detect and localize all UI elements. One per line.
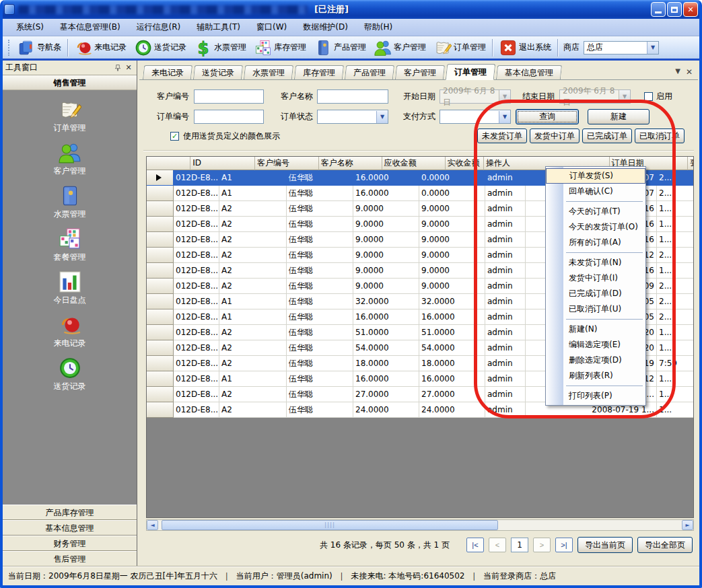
- menubar-item[interactable]: 数据维护(D): [295, 19, 356, 36]
- grid-header-cell[interactable]: [147, 157, 190, 170]
- last-page-button[interactable]: >|: [555, 538, 573, 552]
- context-menu-item[interactable]: [546, 383, 645, 388]
- minimize-button[interactable]: [651, 2, 666, 17]
- close-icon[interactable]: ✕: [686, 67, 693, 77]
- first-page-button[interactable]: |<: [466, 538, 484, 552]
- sidebar-item[interactable]: 客户管理: [3, 141, 137, 177]
- start-date-picker[interactable]: 2009年 6月 8日 ▼: [440, 89, 511, 104]
- next-page-button[interactable]: >: [533, 538, 551, 552]
- context-menu-item[interactable]: 所有的订单(A): [546, 235, 645, 250]
- row-selector-cell[interactable]: [147, 186, 174, 201]
- tab[interactable]: 客户管理: [395, 65, 445, 79]
- context-menu-item[interactable]: [546, 199, 645, 204]
- status-filter-button[interactable]: 未发货订单: [477, 128, 527, 143]
- tab[interactable]: 来电记录: [143, 65, 192, 79]
- context-menu-item[interactable]: 刷新列表(R): [546, 368, 645, 383]
- maximize-button[interactable]: [667, 2, 682, 17]
- row-selector-cell[interactable]: [147, 170, 174, 186]
- color-display-checkbox[interactable]: ✓: [170, 132, 179, 141]
- tab[interactable]: 产品管理: [345, 65, 394, 79]
- sidebar-item[interactable]: 今日盘点: [3, 270, 137, 306]
- toolbar-button[interactable]: 产品管理: [310, 38, 370, 58]
- end-date-picker[interactable]: 2009年 6月 8日 ▼: [559, 89, 631, 104]
- context-menu-item[interactable]: 新建(N): [546, 322, 645, 337]
- grid-header-cell[interactable]: 客户编号: [255, 157, 319, 170]
- context-menu-item[interactable]: 未发货订单(N): [546, 255, 645, 270]
- menubar-item[interactable]: 窗口(W): [248, 19, 295, 36]
- row-selector-cell[interactable]: [147, 201, 174, 217]
- menubar-item[interactable]: 帮助(H): [356, 19, 400, 36]
- status-filter-button[interactable]: 已完成订单: [582, 128, 632, 143]
- tab[interactable]: 水票管理: [244, 65, 293, 79]
- context-menu-item[interactable]: 回单确认(C): [546, 184, 645, 199]
- row-selector-cell[interactable]: [147, 309, 174, 325]
- toolbar-button[interactable]: 订单管理: [430, 38, 490, 58]
- sidebar-item[interactable]: 订单管理: [3, 98, 137, 134]
- order-status-select[interactable]: ▼: [317, 110, 388, 124]
- sidebar-item[interactable]: 套餐管理: [3, 227, 137, 263]
- enable-checkbox[interactable]: [644, 92, 653, 101]
- arrow-right-icon[interactable]: ►: [682, 520, 693, 530]
- row-selector-cell[interactable]: [147, 340, 174, 356]
- prev-page-button[interactable]: <: [489, 538, 506, 552]
- context-menu-item[interactable]: 已完成订单(D): [546, 286, 645, 301]
- pin-icon[interactable]: [112, 63, 123, 73]
- toolbar-button[interactable]: 送货记录: [131, 38, 190, 58]
- tab[interactable]: 订单管理: [446, 64, 496, 80]
- toolbar-button[interactable]: 客户管理: [370, 38, 430, 58]
- grid-header-cell[interactable]: 实收金额: [446, 157, 485, 170]
- order-no-input[interactable]: [194, 110, 264, 124]
- chevron-down-icon[interactable]: ▼: [675, 67, 680, 77]
- grid-header-cell[interactable]: 应收金额: [382, 157, 446, 170]
- context-menu-item[interactable]: 编辑选定项(E): [546, 337, 645, 353]
- status-filter-button[interactable]: 发货中订单: [530, 128, 580, 143]
- horizontal-scrollbar[interactable]: ◄ ►: [146, 519, 694, 531]
- context-menu-item[interactable]: [546, 317, 645, 322]
- row-selector-cell[interactable]: [147, 371, 174, 387]
- toolbar-grip[interactable]: [8, 40, 11, 56]
- toolbar-button[interactable]: 库存管理: [250, 38, 310, 58]
- menubar-item[interactable]: 辅助工具(T): [188, 19, 248, 36]
- customer-no-input[interactable]: [194, 89, 264, 104]
- page-number-input[interactable]: [511, 538, 528, 552]
- sidebar-section-sales[interactable]: 销售管理: [3, 75, 137, 90]
- customer-name-input[interactable]: [317, 89, 388, 104]
- context-menu-item[interactable]: 已取消订单(U): [546, 301, 645, 317]
- row-selector-cell[interactable]: [147, 294, 174, 309]
- row-selector-cell[interactable]: [147, 217, 174, 232]
- context-menu-item[interactable]: 今天的发货订单(O): [546, 219, 645, 235]
- shop-combobox[interactable]: 总店 ▼: [584, 41, 659, 54]
- close-icon[interactable]: ✕: [123, 63, 134, 73]
- export-current-page-button[interactable]: 导出当前页: [577, 537, 633, 553]
- query-button[interactable]: 查询: [516, 109, 579, 124]
- chevron-down-icon[interactable]: ▼: [647, 42, 658, 54]
- menubar-item[interactable]: 基本信息管理(B): [52, 19, 129, 36]
- toolbar-button[interactable]: $ 水票管理: [190, 38, 250, 58]
- tab[interactable]: 送货记录: [193, 65, 243, 79]
- arrow-left-icon[interactable]: ◄: [147, 520, 158, 530]
- tab[interactable]: 基本信息管理: [496, 65, 562, 79]
- toolbar-button[interactable]: 导航条: [13, 38, 65, 58]
- row-selector-cell[interactable]: [147, 232, 174, 248]
- sidebar-item[interactable]: 来电记录: [3, 314, 137, 349]
- toolbar-button[interactable]: [492, 39, 493, 57]
- sidebar-section-bar[interactable]: 售后管理: [3, 551, 137, 566]
- export-all-pages-button[interactable]: 导出全部页: [637, 537, 693, 553]
- toolbar-button[interactable]: 退出系统: [495, 38, 555, 58]
- row-selector-cell[interactable]: [147, 402, 174, 418]
- context-menu-item[interactable]: 订单发货(S): [546, 168, 645, 184]
- grid-header-cell[interactable]: ID: [190, 157, 255, 170]
- tab[interactable]: 库存管理: [294, 65, 344, 79]
- scrollbar-thumb[interactable]: [162, 520, 498, 530]
- row-selector-cell[interactable]: [147, 356, 174, 371]
- new-button[interactable]: 新建: [588, 109, 650, 124]
- close-button[interactable]: ✕: [683, 2, 698, 17]
- grid-header-cell[interactable]: 客户名称: [319, 157, 382, 170]
- context-menu-item[interactable]: 发货中订单(I): [546, 270, 645, 286]
- row-selector-cell[interactable]: [147, 325, 174, 340]
- toolbar-button[interactable]: [67, 39, 69, 57]
- grid-header-cell[interactable]: 要求到货日期: [688, 157, 694, 170]
- menubar-item[interactable]: 运行信息(R): [129, 19, 189, 36]
- sidebar-item[interactable]: 水票管理: [3, 184, 137, 220]
- row-selector-cell[interactable]: [147, 387, 174, 402]
